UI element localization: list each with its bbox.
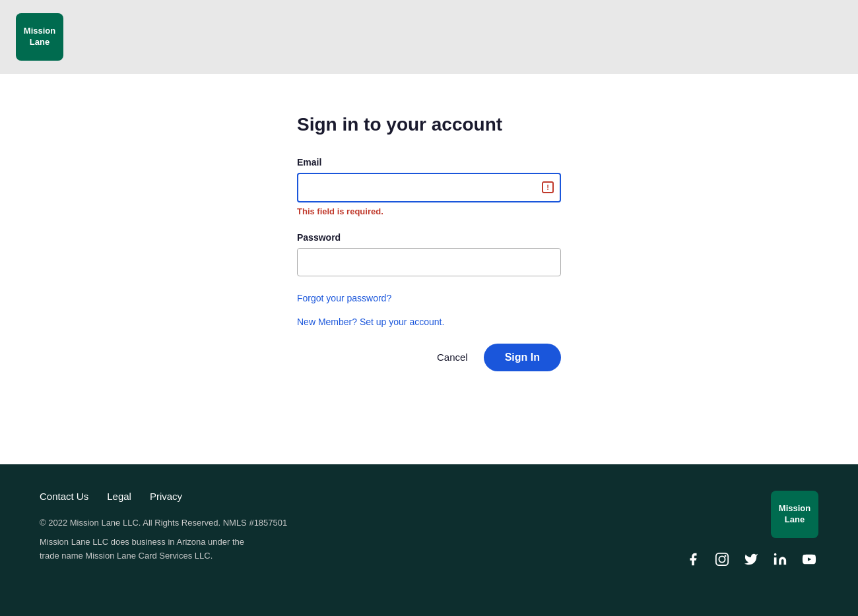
social-icons bbox=[684, 550, 818, 569]
new-member-link[interactable]: New Member? Set up your account. bbox=[297, 317, 444, 327]
footer-left: Contact Us Legal Privacy © 2022 Mission … bbox=[40, 491, 287, 563]
footer: Contact Us Legal Privacy © 2022 Mission … bbox=[0, 464, 858, 616]
linkedin-icon[interactable] bbox=[771, 550, 789, 569]
footer-copyright: © 2022 Mission Lane LLC. All Rights Rese… bbox=[40, 518, 287, 528]
svg-rect-3 bbox=[774, 557, 777, 565]
password-input[interactable] bbox=[297, 248, 561, 276]
footer-logo-text: MissionLane bbox=[779, 503, 810, 526]
svg-point-2 bbox=[725, 555, 727, 557]
form-button-row: Cancel Sign In bbox=[297, 344, 561, 371]
exclamation-icon: ! bbox=[542, 181, 554, 193]
footer-logo[interactable]: MissionLane bbox=[771, 491, 818, 538]
email-field-group: Email ! This field is required. bbox=[297, 157, 561, 216]
footer-right: MissionLane bbox=[771, 491, 818, 538]
footer-legal-link[interactable]: Legal bbox=[107, 491, 131, 502]
footer-contact-link[interactable]: Contact Us bbox=[40, 491, 88, 502]
email-error-message: This field is required. bbox=[297, 206, 561, 216]
youtube-icon[interactable] bbox=[800, 550, 818, 569]
facebook-icon[interactable] bbox=[684, 550, 702, 569]
forgot-password-link[interactable]: Forgot your password? bbox=[297, 293, 391, 303]
signin-form-container: Sign in to your account Email ! This fie… bbox=[297, 113, 561, 371]
cancel-button[interactable]: Cancel bbox=[434, 346, 471, 368]
header-logo[interactable]: MissionLane bbox=[16, 13, 63, 61]
svg-point-4 bbox=[774, 553, 777, 555]
page-title: Sign in to your account bbox=[297, 113, 561, 136]
email-input-wrapper: ! bbox=[297, 173, 561, 202]
password-label: Password bbox=[297, 232, 561, 243]
forgot-password-row: Forgot your password? bbox=[297, 292, 561, 304]
new-member-row: New Member? Set up your account. bbox=[297, 316, 561, 328]
footer-privacy-link[interactable]: Privacy bbox=[150, 491, 182, 502]
header: MissionLane bbox=[0, 0, 858, 74]
signin-button[interactable]: Sign In bbox=[484, 344, 561, 371]
svg-rect-0 bbox=[716, 553, 728, 565]
password-field-group: Password bbox=[297, 232, 561, 276]
email-error-icon: ! bbox=[541, 181, 554, 194]
svg-point-1 bbox=[719, 556, 725, 562]
footer-links: Contact Us Legal Privacy bbox=[40, 491, 287, 502]
instagram-icon[interactable] bbox=[713, 550, 731, 569]
email-label: Email bbox=[297, 157, 561, 168]
header-logo-text: MissionLane bbox=[24, 26, 55, 48]
twitter-icon[interactable] bbox=[742, 550, 760, 569]
email-input[interactable] bbox=[297, 173, 561, 202]
main-content: Sign in to your account Email ! This fie… bbox=[0, 74, 858, 464]
footer-disclaimer: Mission Lane LLC does business in Arizon… bbox=[40, 536, 287, 563]
password-input-wrapper bbox=[297, 248, 561, 276]
